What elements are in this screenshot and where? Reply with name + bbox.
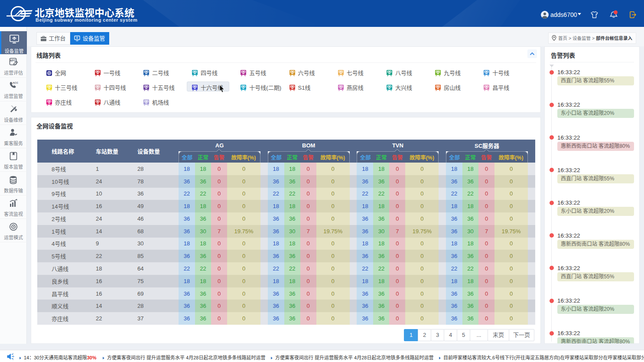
svg-text:ACC: ACC bbox=[13, 82, 19, 84]
svg-text:AFC: AFC bbox=[10, 59, 16, 62]
